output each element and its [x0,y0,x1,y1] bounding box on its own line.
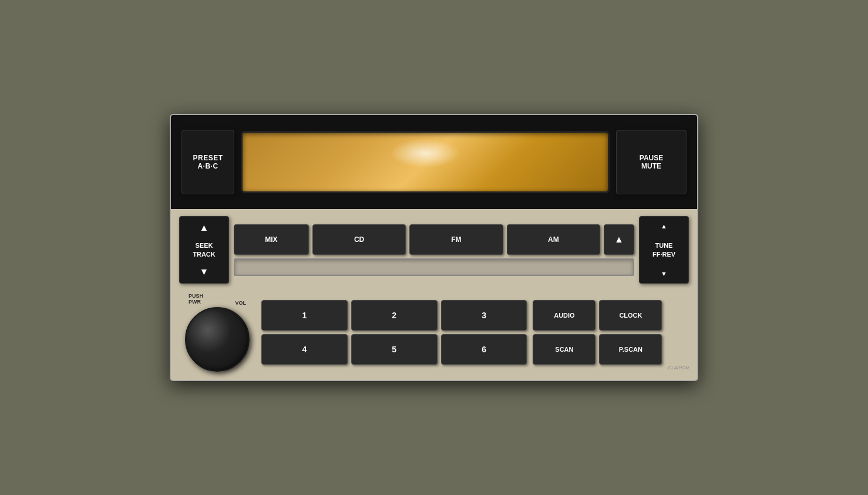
preset-2-button[interactable]: 2 [351,300,438,331]
top-panel: PRESET A·B·C PAUSE MUTE [171,115,697,209]
right-function-buttons: AUDIO CLOCK SCAN P.SCAN [533,300,662,365]
fm-button[interactable]: FM [409,224,503,255]
am-button[interactable]: AM [507,224,600,255]
preset-6-button[interactable]: 6 [441,334,527,365]
mix-button[interactable]: MIX [234,224,309,255]
preset-grid: 1 2 3 4 5 6 [261,300,527,365]
scan-button[interactable]: SCAN [533,334,596,365]
preset-1-button[interactable]: 1 [261,300,348,331]
bottom-panel: PUSH PWR VOL 1 2 3 4 5 6 [171,288,697,380]
push-pwr-label: PUSH PWR [189,293,203,305]
brand-badge: CLARION [668,365,689,372]
middle-right-section: MIX CD FM AM ▲ [234,224,634,276]
lcd-display [243,133,608,191]
tape-slot-row [234,258,634,276]
pscan-button[interactable]: P.SCAN [599,334,662,365]
source-buttons: MIX CD FM AM ▲ [234,224,634,255]
volume-knob-container [185,307,250,372]
pause-mute-button[interactable]: PAUSE MUTE [616,130,687,194]
preset-5-button[interactable]: 5 [351,334,438,365]
radio-unit: PRESET A·B·C PAUSE MUTE ▲ SEEK TRACK ▼ M… [170,114,698,381]
tune-up-icon: ▲ [661,223,667,230]
clock-button[interactable]: CLOCK [599,300,662,331]
tune-button[interactable]: ▲ TUNE FF·REV ▼ [639,216,689,284]
preset-3-button[interactable]: 3 [441,300,527,331]
tune-down-icon: ▼ [661,270,667,277]
eject-icon: ▲ [614,234,624,245]
seek-down-icon: ▼ [200,267,209,277]
volume-knob[interactable] [185,307,250,372]
preset-4-button[interactable]: 4 [261,334,348,365]
seek-up-icon: ▲ [200,223,209,233]
tape-slot [234,258,634,276]
middle-panel: ▲ SEEK TRACK ▼ MIX CD FM AM ▲ [171,209,697,288]
preset-abc-button[interactable]: PRESET A·B·C [181,130,234,194]
eject-button[interactable]: ▲ [604,224,634,255]
cd-button[interactable]: CD [312,224,406,255]
volume-knob-section: PUSH PWR VOL [179,293,255,372]
seek-track-button[interactable]: ▲ SEEK TRACK ▼ [179,216,229,284]
knob-labels-row: PUSH PWR VOL [179,293,255,307]
vol-label: VOL [235,300,246,306]
audio-button[interactable]: AUDIO [533,300,596,331]
